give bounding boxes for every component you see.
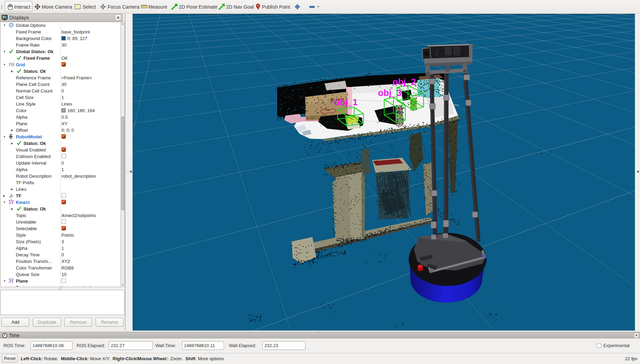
svg-text:obj_2: obj_2 [392,77,416,87]
svg-text:obj_3: obj_3 [378,88,401,98]
svg-text:obj_1: obj_1 [334,97,358,107]
